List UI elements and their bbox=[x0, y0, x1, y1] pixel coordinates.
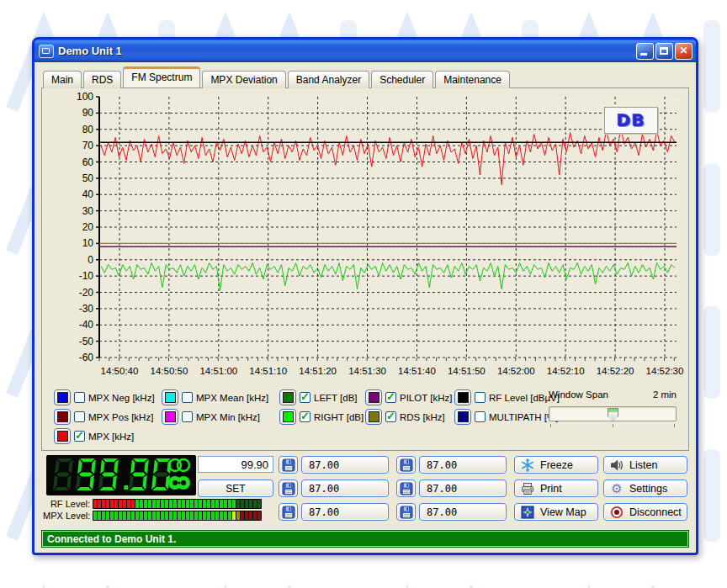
tab-band-analyzer[interactable]: Band Analyzer bbox=[288, 71, 369, 88]
preset-frequency-button-5[interactable]: 87.00 bbox=[419, 479, 507, 497]
tab-main[interactable]: Main bbox=[43, 71, 82, 88]
action-button-label: Settings bbox=[629, 483, 667, 495]
legend-label: RIGHT [dB] bbox=[314, 412, 364, 422]
meter-segment bbox=[135, 511, 139, 520]
window-span-slider-thumb[interactable] bbox=[608, 408, 618, 421]
color-swatch bbox=[57, 431, 68, 442]
close-button[interactable] bbox=[675, 43, 693, 60]
checkbox-mpx-min-khz[interactable] bbox=[182, 411, 193, 422]
color-swatch-button-rf-level-dbv[interactable] bbox=[454, 389, 471, 405]
checkbox-right-db[interactable] bbox=[300, 411, 310, 422]
floppy-icon bbox=[282, 458, 295, 472]
meter-segment bbox=[148, 511, 151, 520]
meter-segment bbox=[173, 511, 177, 520]
checkbox-multipath[interactable] bbox=[475, 411, 486, 422]
meter-segment bbox=[106, 500, 109, 508]
preset-row: 87.00 bbox=[279, 479, 389, 497]
meter-segment bbox=[232, 500, 236, 508]
maximize-button[interactable] bbox=[655, 43, 673, 60]
vendor-logo-text: DB bbox=[617, 110, 645, 130]
print-button[interactable]: Print bbox=[514, 479, 598, 497]
save-preset-button[interactable] bbox=[279, 479, 298, 497]
svg-text:14:52:00: 14:52:00 bbox=[497, 366, 535, 376]
color-swatch-button-right-db[interactable] bbox=[279, 409, 296, 425]
save-preset-button[interactable] bbox=[279, 456, 298, 474]
color-swatch-button-rds-khz[interactable] bbox=[365, 409, 382, 425]
svg-text:20: 20 bbox=[82, 221, 94, 233]
meter-segment bbox=[253, 511, 257, 520]
legend-item-mpx-min-khz: MPX Min [kHz] bbox=[162, 407, 279, 426]
title-bar: Demo Unit 1 bbox=[34, 40, 696, 62]
frequency-input[interactable] bbox=[198, 456, 273, 473]
color-swatch-button-mpx-khz[interactable] bbox=[54, 428, 71, 444]
color-swatch-button-left-db[interactable] bbox=[279, 389, 296, 405]
meter-segment bbox=[161, 511, 164, 520]
meter-segment bbox=[169, 500, 172, 508]
checkbox-rf-level-dbv[interactable] bbox=[475, 392, 486, 403]
color-swatch-button-mpx-mean-khz[interactable] bbox=[162, 389, 178, 405]
meter-segment bbox=[144, 511, 147, 520]
checkbox-rds-khz[interactable] bbox=[385, 411, 396, 422]
checkbox-left-db[interactable] bbox=[300, 392, 310, 403]
svg-text:10: 10 bbox=[82, 237, 94, 249]
legend-item-mpx-khz: MPX [kHz] bbox=[54, 426, 162, 446]
save-preset-button[interactable] bbox=[396, 479, 416, 497]
preset-frequency-button-6[interactable]: 87.00 bbox=[419, 503, 507, 521]
fm-spectrum-panel: 14:50:4014:50:5014:51:0014:51:1014:51:20… bbox=[41, 87, 689, 451]
legend-item-mpx-mean-khz: MPX Mean [kHz] bbox=[162, 388, 279, 407]
color-swatch-button-mpx-neg-khz[interactable] bbox=[54, 389, 71, 405]
color-swatch-button-mpx-pos-khz[interactable] bbox=[54, 409, 71, 425]
meter-segment bbox=[169, 511, 172, 520]
freeze-button[interactable]: Freeze bbox=[514, 456, 598, 474]
tab-fm-spectrum[interactable]: FM Spectrum bbox=[123, 66, 200, 87]
svg-text:-10: -10 bbox=[79, 270, 94, 282]
meter-segment bbox=[93, 500, 97, 508]
svg-text:14:52:10: 14:52:10 bbox=[547, 366, 585, 376]
minimize-button[interactable] bbox=[636, 43, 654, 60]
preset-frequency-button-2[interactable]: 87.00 bbox=[301, 479, 389, 497]
meter-segment bbox=[93, 511, 97, 520]
window-span-slider[interactable] bbox=[549, 406, 677, 421]
color-swatch-button-mpx-min-khz[interactable] bbox=[162, 409, 178, 425]
color-swatch-button-pilot-khz[interactable] bbox=[365, 389, 382, 405]
checkbox-mpx-mean-khz[interactable] bbox=[182, 392, 193, 403]
preset-frequency-button-3[interactable]: 87.00 bbox=[301, 503, 389, 521]
meter-segment bbox=[215, 511, 219, 520]
disconnect-button[interactable]: Disconnect bbox=[603, 503, 687, 521]
checkbox-mpx-pos-khz[interactable] bbox=[74, 411, 85, 422]
tab-rds[interactable]: RDS bbox=[83, 71, 121, 88]
meter-segment bbox=[119, 511, 122, 520]
tab-maintenance[interactable]: Maintenance bbox=[435, 71, 510, 88]
save-preset-button[interactable] bbox=[396, 503, 416, 521]
rf-level-meter bbox=[93, 499, 262, 509]
mpx-level-label: MPX Level: bbox=[43, 511, 90, 521]
listen-button[interactable]: Listen bbox=[603, 456, 687, 474]
tab-mpx-deviation[interactable]: MPX Deviation bbox=[202, 71, 285, 88]
action-column-2: Listen⚙SettingsDisconnect bbox=[603, 456, 687, 527]
preset-frequency-button-4[interactable]: 87.00 bbox=[419, 456, 507, 474]
save-preset-button[interactable] bbox=[396, 456, 416, 474]
status-bar: Connected to Demo Unit 1. bbox=[41, 530, 689, 548]
checkbox-mpx-khz[interactable] bbox=[74, 431, 85, 442]
meter-segment bbox=[102, 511, 105, 520]
meter-segment bbox=[98, 511, 101, 520]
meter-segment bbox=[253, 500, 257, 508]
meter-segment bbox=[220, 511, 223, 520]
meter-segment bbox=[190, 511, 194, 520]
meter-segment bbox=[241, 511, 244, 520]
view-map-button[interactable]: View Map bbox=[514, 503, 598, 521]
action-button-label: Print bbox=[540, 483, 562, 495]
legend-item-right-db: RIGHT [dB] bbox=[279, 407, 365, 426]
save-preset-button[interactable] bbox=[279, 503, 298, 521]
tab-scheduler[interactable]: Scheduler bbox=[371, 71, 433, 88]
meter-segment bbox=[157, 511, 160, 520]
action-button-label: Freeze bbox=[540, 459, 573, 471]
meter-segment bbox=[203, 511, 206, 520]
checkbox-pilot-khz[interactable] bbox=[385, 392, 396, 403]
meter-segment bbox=[131, 511, 135, 520]
color-swatch-button-multipath[interactable] bbox=[454, 409, 471, 425]
set-button[interactable]: SET bbox=[198, 479, 273, 497]
settings-button[interactable]: ⚙Settings bbox=[603, 479, 687, 497]
checkbox-mpx-neg-khz[interactable] bbox=[74, 392, 85, 403]
preset-frequency-button-1[interactable]: 87.00 bbox=[301, 456, 389, 474]
